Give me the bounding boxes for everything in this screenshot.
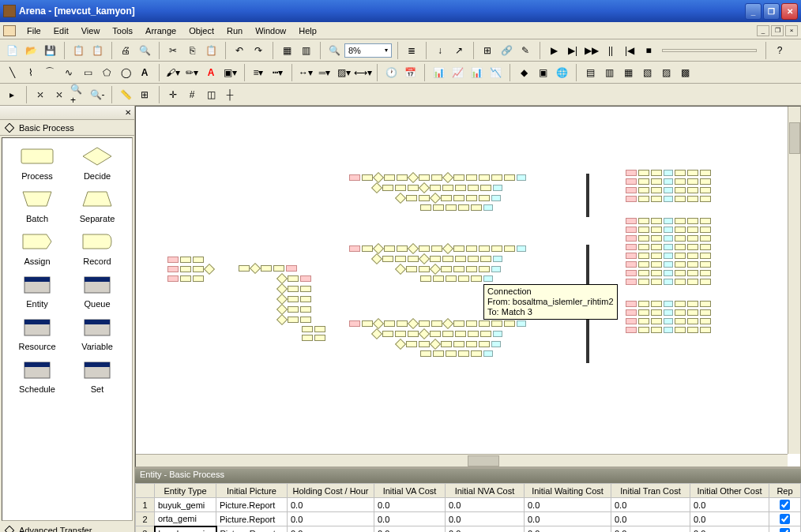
col-initial-picture[interactable]: Initial Picture — [216, 484, 288, 498]
menu-window[interactable]: Window — [249, 24, 292, 37]
canvas-scrollbar-vertical[interactable] — [788, 107, 800, 454]
undo-icon[interactable]: ↶ — [231, 42, 248, 59]
print-icon[interactable]: 🖨 — [117, 42, 134, 59]
date-icon[interactable]: 📅 — [401, 64, 419, 81]
table-row[interactable]: 1 buyuk_gemi Picture.Report 0.0 0.0 0.0 … — [136, 498, 801, 512]
cell-holding-cost[interactable]: 0.0 — [288, 498, 374, 512]
view-tool-f-icon[interactable]: ▩ — [676, 64, 694, 81]
arrow-style-icon[interactable]: ↔▾ — [297, 64, 314, 81]
module-record[interactable]: Record — [69, 230, 126, 266]
module-queue[interactable]: Queue — [69, 272, 126, 309]
view-tool-b-icon[interactable]: ▥ — [600, 64, 618, 81]
spreadsheet-grid[interactable]: Entity Type Initial Picture Holding Cost… — [135, 483, 801, 532]
col-other-cost[interactable]: Initial Other Cost — [690, 484, 769, 498]
table-row[interactable]: 3 kucuk_gemi Picture.Report 0.0 0.0 0.0 … — [136, 526, 801, 533]
mdi-close-button[interactable]: × — [785, 25, 798, 36]
col-nva-cost[interactable]: Initial NVA Cost — [446, 484, 525, 498]
menu-view[interactable]: View — [75, 24, 107, 37]
new-icon[interactable]: 📄 — [3, 42, 21, 59]
bezier-icon[interactable]: ∿ — [60, 64, 77, 81]
zoom-combo[interactable]: 8% — [344, 43, 392, 58]
layers-icon[interactable]: ≣ — [403, 42, 420, 59]
save-icon[interactable]: 💾 — [41, 42, 58, 59]
global-picture-icon[interactable]: 🌐 — [553, 64, 570, 81]
print-preview-icon[interactable]: 🔍 — [136, 42, 153, 59]
cell-initial-picture[interactable]: Picture.Report — [216, 526, 288, 533]
view-tool-a-icon[interactable]: ▤ — [581, 64, 599, 81]
attach-template-icon[interactable]: 📋 — [70, 42, 87, 59]
stop-icon[interactable]: ■ — [640, 42, 657, 59]
module-variable[interactable]: Variable — [69, 315, 126, 351]
connect-icon[interactable]: ↗ — [450, 42, 468, 59]
module-batch[interactable]: Batch — [9, 187, 66, 223]
cell-nva-cost[interactable]: 0.0 — [446, 512, 525, 526]
cell-other-cost[interactable]: 0.0 — [690, 512, 769, 526]
mdi-restore-button[interactable]: ❐ — [771, 25, 784, 36]
col-tran-cost[interactable]: Initial Tran Cost — [611, 484, 690, 498]
cell-tran-cost[interactable]: 0.0 — [611, 498, 690, 512]
module-assign[interactable]: Assign — [9, 230, 66, 266]
links-icon[interactable]: 🔗 — [498, 42, 515, 59]
pause-icon[interactable]: || — [602, 42, 619, 59]
menu-edit[interactable]: Edit — [47, 24, 75, 37]
split-screen-icon[interactable]: ▥ — [297, 42, 314, 59]
show-dim-icon[interactable]: ⟷▾ — [354, 64, 371, 81]
report-checkbox[interactable] — [780, 528, 790, 532]
menu-tools[interactable]: Tools — [106, 24, 139, 37]
level-icon[interactable]: 📈 — [449, 64, 466, 81]
col-waiting-cost[interactable]: Initial Waiting Cost — [525, 484, 611, 498]
guides-icon[interactable]: ┼ — [221, 86, 239, 103]
line-width-icon[interactable]: ≡▾ — [250, 64, 267, 81]
region-view-icon[interactable]: ▦ — [278, 42, 295, 59]
module-set[interactable]: Set — [69, 358, 126, 394]
histogram-icon[interactable]: 📊 — [468, 64, 485, 81]
cell-nva-cost[interactable]: 0.0 — [446, 526, 525, 533]
smart-connect-icon[interactable]: ⤬ — [51, 86, 68, 103]
pointer-icon[interactable]: ▸ — [3, 86, 21, 103]
cell-va-cost[interactable]: 0.0 — [374, 498, 446, 512]
plot-icon[interactable]: 📉 — [487, 64, 504, 81]
step-icon[interactable]: ▶| — [564, 42, 581, 59]
fill-pattern-icon[interactable]: ▨▾ — [335, 64, 352, 81]
ellipse-icon[interactable]: ◯ — [117, 64, 134, 81]
auto-connect-icon[interactable]: ⤫ — [32, 86, 49, 103]
cell-va-cost[interactable]: 0.0 — [374, 526, 446, 533]
glue-icon[interactable]: ◫ — [202, 86, 220, 103]
start-over-icon[interactable]: |◀ — [621, 42, 638, 59]
cell-tran-cost[interactable]: 0.0 — [611, 512, 690, 526]
maximize-button[interactable]: ❐ — [763, 3, 780, 20]
menu-help[interactable]: Help — [292, 24, 323, 37]
view-tool-c-icon[interactable]: ▦ — [619, 64, 637, 81]
col-report[interactable]: Rep — [769, 484, 801, 498]
variable-icon[interactable]: 📊 — [430, 64, 447, 81]
model-canvas[interactable]: Connection From: bosaltma_islemler_rihti… — [135, 106, 801, 467]
open-icon[interactable]: 📂 — [22, 42, 39, 59]
context-help-icon[interactable]: ? — [771, 42, 788, 59]
text-color-icon[interactable]: A — [202, 64, 220, 81]
cut-icon[interactable]: ✂ — [164, 42, 182, 59]
module-resource[interactable]: Resource — [9, 315, 66, 351]
entity-picture-icon[interactable]: ◆ — [515, 64, 532, 81]
menu-arrange[interactable]: Arrange — [139, 24, 182, 37]
grid-icon[interactable]: ⊞ — [136, 86, 153, 103]
polyline-icon[interactable]: ⌇ — [22, 64, 39, 81]
cell-report[interactable] — [769, 526, 801, 533]
mdi-minimize-button[interactable]: _ — [757, 25, 769, 36]
minimize-button[interactable]: _ — [745, 3, 762, 20]
close-button[interactable]: ✕ — [781, 3, 798, 20]
editor-icon[interactable]: ✎ — [517, 42, 534, 59]
module-break-icon[interactable]: ⊞ — [479, 42, 496, 59]
window-bg-icon[interactable]: ▣▾ — [221, 64, 239, 81]
cell-entity-type[interactable]: orta_gemi — [155, 512, 216, 526]
resource-picture-icon[interactable]: ▣ — [534, 64, 551, 81]
zoom-icon[interactable]: 🔍 — [325, 42, 343, 59]
cell-entity-type[interactable]: kucuk_gemi — [155, 526, 216, 533]
paste-icon[interactable]: 📋 — [202, 42, 220, 59]
cell-va-cost[interactable]: 0.0 — [374, 512, 446, 526]
panel-advanced-transfer[interactable]: Advanced Transfer — [0, 523, 134, 532]
row-number[interactable]: 3 — [136, 526, 155, 533]
cell-waiting-cost[interactable]: 0.0 — [525, 526, 611, 533]
line-color-icon[interactable]: ✏▾ — [183, 64, 201, 81]
col-entity-type[interactable]: Entity Type — [155, 484, 216, 498]
clock-icon[interactable]: 🕐 — [382, 64, 400, 81]
